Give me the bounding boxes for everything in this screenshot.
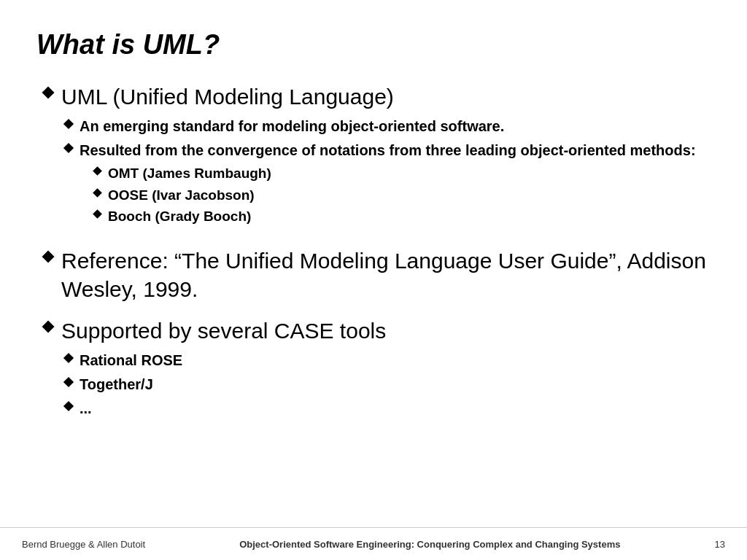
bullet-l1-marker-2 (44, 249, 53, 265)
bullet-l3-oose: OOSE (Ivar Jacobson) (94, 186, 696, 205)
bullet-l1-text-1: UML (Unified Modeling Language) (61, 85, 394, 109)
bullet-l2-rational: Rational ROSE (65, 351, 386, 370)
bullet-l3-marker-booch (94, 209, 101, 219)
content-area: UML (Unified Modeling Language) An emerg… (36, 82, 711, 423)
bullet-l3-booch: Booch (Grady Booch) (94, 207, 696, 226)
bullet-l3-omt: OMT (James Rumbaugh) (94, 164, 696, 183)
footer-page-number: 13 (715, 539, 725, 550)
diamond-xs-icon-3 (93, 209, 102, 219)
footer-author: Bernd Bruegge & Allen Dutoit (22, 539, 145, 550)
sub-bullets-1: An emerging standard for modeling object… (65, 117, 696, 229)
diamond-icon-1 (42, 87, 55, 99)
diamond-icon-2 (42, 250, 55, 262)
bullet-l2-marker-resulted (65, 142, 72, 154)
bullet-l3-marker-oose (94, 188, 101, 198)
bullet-l2-emerging: An emerging standard for modeling object… (65, 117, 696, 136)
slide-title: What is UML? (36, 29, 711, 61)
bullet-l2-together: Together/J (65, 375, 386, 394)
bullet-l1-marker-1 (44, 85, 53, 101)
diamond-sm-icon-2 (63, 143, 74, 153)
bullet-l2-text-emerging: An emerging standard for modeling object… (80, 117, 504, 136)
bullet-uml: UML (Unified Modeling Language) An emerg… (44, 82, 711, 233)
bullet-l3-text-omt: OMT (James Rumbaugh) (108, 164, 271, 183)
bullet-l1-content-3: Supported by several CASE tools Rational… (61, 316, 386, 423)
diamond-xs-icon-1 (93, 166, 102, 176)
bullet-l3-marker-omt (94, 166, 101, 176)
diamond-sm-icon-1 (63, 119, 74, 129)
bullet-reference: Reference: “The Unified Modeling Languag… (44, 246, 711, 303)
sub-bullets-3: Rational ROSE Together/J ... (65, 351, 386, 419)
bullet-l3-text-oose: OOSE (Ivar Jacobson) (108, 186, 255, 205)
diamond-xs-icon-2 (93, 188, 102, 198)
bullet-case-tools: Supported by several CASE tools Rational… (44, 316, 711, 423)
bullet-l1-text-case: Supported by several CASE tools (61, 319, 386, 343)
bullet-l2-marker-rational (65, 352, 72, 364)
footer: Bernd Bruegge & Allen Dutoit Object-Orie… (0, 527, 747, 560)
bullet-l2-marker-dots (65, 400, 72, 412)
bullet-l2-text-together: Together/J (80, 375, 153, 394)
bullet-l2-marker-emerging (65, 118, 72, 130)
bullet-l1-content-1: UML (Unified Modeling Language) An emerg… (61, 82, 696, 233)
bullet-l2-resulted: Resulted from the convergence of notatio… (65, 141, 696, 229)
bullet-l1-marker-3 (44, 319, 53, 335)
diamond-icon-3 (42, 320, 55, 332)
bullet-l2-text-resulted: Resulted from the convergence of notatio… (80, 142, 696, 158)
sub-sub-bullets-1: OMT (James Rumbaugh) OOSE (Ivar Jacobson… (94, 164, 696, 226)
bullet-l1-text-reference: Reference: “The Unified Modeling Languag… (61, 246, 711, 303)
bullet-l2-text-dots: ... (80, 399, 92, 419)
bullet-l2-dots: ... (65, 399, 386, 419)
bullet-l2-text-rational: Rational ROSE (80, 351, 182, 370)
footer-title: Object-Oriented Software Engineering: Co… (239, 539, 620, 550)
bullet-l3-text-booch: Booch (Grady Booch) (108, 207, 251, 226)
diamond-sm-icon-3 (63, 353, 74, 363)
bullet-l2-marker-together (65, 376, 72, 388)
diamond-sm-icon-4 (63, 377, 74, 387)
diamond-sm-icon-5 (63, 401, 74, 411)
slide: What is UML? UML (Unified Modeling Langu… (0, 0, 747, 560)
bullet-l2-content-resulted: Resulted from the convergence of notatio… (80, 141, 696, 229)
